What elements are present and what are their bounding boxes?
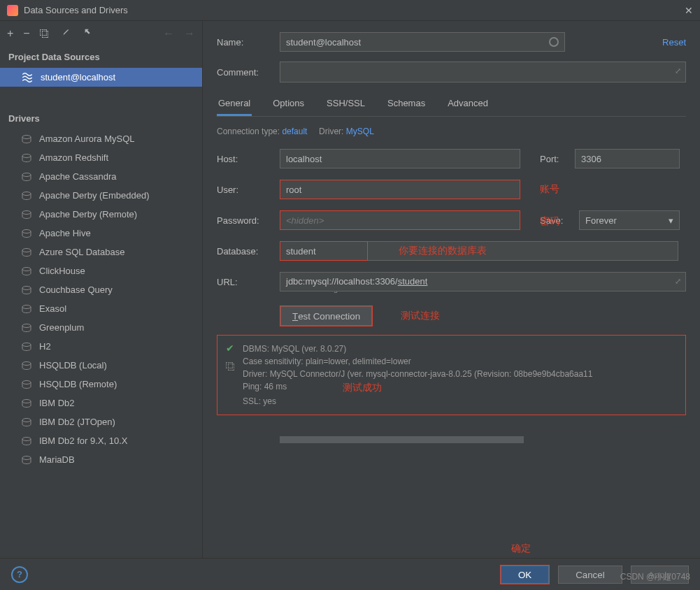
svg-point-5 xyxy=(22,229,31,233)
driver-label: HSQLDB (Local) xyxy=(39,360,107,370)
driver-item[interactable]: Apache Derby (Remote) xyxy=(0,205,202,224)
driver-item[interactable]: Amazon Aurora MySQL xyxy=(0,129,202,148)
driver-icon xyxy=(21,286,32,294)
user-input[interactable] xyxy=(280,180,520,199)
comment-label: Comment: xyxy=(217,67,273,78)
driver-icon xyxy=(21,343,32,351)
datasource-item[interactable]: student@localhost xyxy=(0,68,202,87)
driver-item[interactable]: Azure SQL Database xyxy=(0,243,202,261)
ok-button[interactable]: OK xyxy=(501,566,549,584)
annotation-database: 你要连接的数据库表 xyxy=(399,245,487,257)
back-button[interactable]: ← xyxy=(163,27,174,40)
tab-sshssl[interactable]: SSH/SSL xyxy=(325,92,366,116)
driver-icon xyxy=(21,173,32,181)
driver-item[interactable]: HSQLDB (Remote) xyxy=(0,375,202,394)
watermark: CSDN @小超0748 xyxy=(620,571,690,583)
section-drivers: Drivers xyxy=(0,108,202,129)
driver-item[interactable]: Couchbase Query xyxy=(0,280,202,299)
driver-label: Greenplum xyxy=(39,322,84,333)
driver-icon xyxy=(21,418,32,426)
copy-button[interactable]: ⿻ xyxy=(40,28,50,39)
driver-icon xyxy=(21,399,32,408)
driver-icon xyxy=(21,361,32,370)
driver-item[interactable]: HSQLDB (Local) xyxy=(0,356,202,375)
driver-icon xyxy=(21,192,32,200)
driver-icon xyxy=(21,267,32,275)
tab-advanced[interactable]: Advanced xyxy=(446,92,490,116)
remove-button[interactable]: − xyxy=(23,27,29,40)
expand-icon[interactable]: ⤢ xyxy=(675,277,681,286)
driver-item[interactable]: IBM Db2 (JTOpen) xyxy=(0,412,202,431)
annotation-account: 账号 xyxy=(540,183,559,196)
close-icon[interactable]: ✕ xyxy=(685,5,693,16)
url-input[interactable]: jdbc:mysql://localhost:3306/student ⤢ xyxy=(280,272,686,292)
cancel-button[interactable]: Cancel xyxy=(558,566,622,584)
svg-point-10 xyxy=(22,324,31,327)
save-select[interactable]: Forever xyxy=(579,210,680,230)
driver-label: HSQLDB (Remote) xyxy=(39,379,117,389)
name-input[interactable]: student@localhost xyxy=(280,32,565,52)
driver-item[interactable]: IBM Db2 for 9.X, 10.X xyxy=(0,431,202,450)
annotation-test: 测试连接 xyxy=(401,310,440,322)
user-label: User: xyxy=(217,185,273,195)
driver-item[interactable]: ClickHouse xyxy=(0,261,202,280)
settings-button[interactable] xyxy=(59,27,72,40)
tab-schemas[interactable]: Schemas xyxy=(386,92,427,116)
forward-button[interactable]: → xyxy=(184,27,195,40)
port-input[interactable] xyxy=(575,149,680,168)
driver-icon xyxy=(21,210,32,219)
test-result-box: ✔ ⿻ DBMS: MySQL (ver. 8.0.27) Case sensi… xyxy=(217,335,686,415)
driver-item[interactable]: H2 xyxy=(0,337,202,356)
driver-label: Apache Derby (Remote) xyxy=(39,209,137,220)
revert-button[interactable] xyxy=(82,27,94,40)
host-input[interactable] xyxy=(280,149,520,168)
svg-point-8 xyxy=(22,286,31,289)
tab-general[interactable]: General xyxy=(217,92,252,116)
connection-type-link[interactable]: default xyxy=(282,127,307,136)
save-label: Save: 密码 xyxy=(540,215,572,226)
datasource-label: student@localhost xyxy=(41,72,115,82)
password-label: Password: xyxy=(217,215,273,226)
add-button[interactable]: + xyxy=(7,27,13,40)
driver-icon xyxy=(21,324,32,332)
svg-point-2 xyxy=(22,173,31,176)
copy-icon[interactable]: ⿻ xyxy=(226,361,236,372)
driver-item[interactable]: Exasol xyxy=(0,299,202,318)
svg-point-3 xyxy=(22,192,31,195)
comment-input[interactable]: ⤢ xyxy=(280,62,686,82)
driver-label: Exasol xyxy=(39,303,66,314)
loading-icon xyxy=(549,37,559,47)
host-label: Host: xyxy=(217,154,273,164)
horizontal-scrollbar[interactable] xyxy=(280,436,686,443)
port-label: Port: xyxy=(540,154,568,164)
driver-icon xyxy=(21,154,32,162)
driver-icon xyxy=(21,305,32,313)
annotation-success: 测试成功 xyxy=(343,380,382,395)
driver-icon xyxy=(21,456,32,464)
driver-label: Couchbase Query xyxy=(39,285,113,295)
driver-label: IBM Db2 (JTOpen) xyxy=(39,417,115,427)
driver-link[interactable]: MySQL xyxy=(346,127,374,136)
driver-label: Azure SQL Database xyxy=(39,247,124,257)
driver-label: ClickHouse xyxy=(39,266,85,276)
expand-icon[interactable]: ⤢ xyxy=(675,66,681,75)
annotation-confirm: 确定 xyxy=(511,542,531,555)
reset-link[interactable]: Reset xyxy=(662,37,686,48)
password-input[interactable]: <hidden> xyxy=(280,210,520,230)
driver-item[interactable]: MariaDB xyxy=(0,450,202,469)
annotation-password: 密码 xyxy=(540,215,559,228)
driver-icon xyxy=(21,437,32,445)
driver-item[interactable]: Greenplum xyxy=(0,318,202,337)
tab-options[interactable]: Options xyxy=(271,92,306,116)
driver-icon xyxy=(21,135,32,143)
test-connection-button[interactable]: Test Connection xyxy=(280,306,372,326)
driver-item[interactable]: Apache Derby (Embedded) xyxy=(0,186,202,205)
driver-item[interactable]: Apache Hive xyxy=(0,224,202,243)
driver-item[interactable]: IBM Db2 xyxy=(0,394,202,412)
svg-point-4 xyxy=(22,210,31,214)
help-button[interactable]: ? xyxy=(11,566,28,583)
driver-label: MariaDB xyxy=(39,454,75,465)
driver-item[interactable]: Apache Cassandra xyxy=(0,167,202,186)
driver-item[interactable]: Amazon Redshift xyxy=(0,148,202,167)
connection-meta: Connection type: default Driver: MySQL xyxy=(217,127,686,136)
